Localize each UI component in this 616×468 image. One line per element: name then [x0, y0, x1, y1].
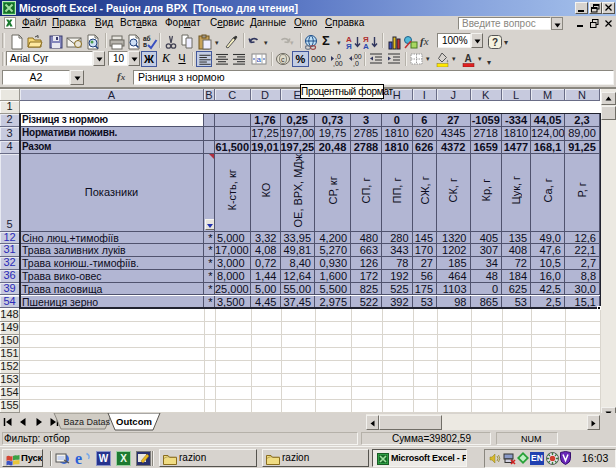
svg-text:А: А	[363, 42, 369, 50]
svg-text:,00: ,00	[352, 53, 362, 60]
svg-text:,00: ,00	[333, 60, 343, 67]
svg-text:,0: ,0	[335, 53, 341, 60]
svg-text:в: в	[143, 41, 147, 48]
svg-text:?: ?	[492, 37, 498, 48]
svg-text:с: с	[281, 56, 285, 63]
svg-text:Baza Datas: Baza Datas	[64, 417, 111, 427]
svg-text:А: А	[465, 53, 472, 64]
svg-text:a: a	[257, 55, 262, 64]
svg-text:,0: ,0	[353, 60, 359, 67]
svg-text:Я: Я	[346, 42, 352, 50]
svg-text:Outcom: Outcom	[116, 416, 152, 427]
svg-text:e: e	[75, 450, 82, 466]
